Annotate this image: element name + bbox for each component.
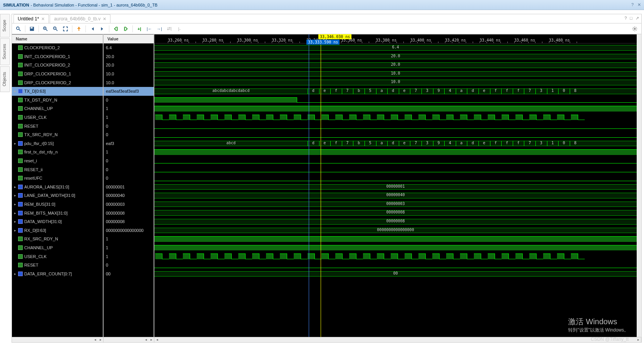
last-icon[interactable] — [98, 25, 107, 33]
signal-value-row[interactable]: 0 — [104, 165, 154, 174]
waveform-row[interactable]: 00000008 — [154, 208, 637, 217]
waveform-row[interactable] — [154, 235, 637, 243]
signal-value-row[interactable]: 1 — [104, 235, 154, 243]
signal-name-row[interactable]: first_tx_dst_rdy_n — [12, 148, 103, 157]
signal-value-row[interactable]: 0 — [104, 261, 154, 270]
file-tab-untitled[interactable]: Untitled 1* ✕ — [13, 14, 49, 23]
signal-name-row[interactable]: RESET — [12, 122, 103, 130]
signal-value-row[interactable]: eaf3 — [104, 139, 154, 148]
waveform-row[interactable]: 00000040 — [154, 191, 637, 200]
prev-marker-icon[interactable]: |← — [145, 25, 154, 33]
zoom-fit-icon[interactable] — [61, 25, 70, 33]
waveform-row[interactable]: 20.0 — [154, 61, 637, 70]
signal-value-row[interactable]: 0 — [104, 130, 154, 139]
signal-value-row[interactable]: 00000040 — [104, 191, 154, 200]
search-icon[interactable] — [14, 25, 23, 33]
signal-name-row[interactable]: ▸LANE_DATA_WIDTH[31:0] — [12, 191, 103, 200]
prev-trans-icon[interactable] — [112, 25, 120, 33]
zoom-in-icon[interactable] — [41, 25, 50, 33]
scrollbar-vertical[interactable] — [637, 43, 641, 337]
signal-value-row[interactable]: 0 — [104, 96, 154, 105]
next-trans-icon[interactable] — [122, 25, 130, 33]
signal-value-row[interactable]: 00000003 — [104, 200, 154, 209]
waveform-row[interactable] — [154, 130, 637, 139]
waveform-row[interactable] — [154, 261, 637, 270]
del-marker-icon[interactable]: |- — [175, 25, 184, 33]
waveform-row[interactable]: 20.0 — [154, 52, 637, 61]
signal-name-row[interactable]: CLOCKPERIOD_2 — [12, 43, 103, 52]
signal-value-row[interactable]: 1 — [104, 104, 154, 113]
save-icon[interactable] — [28, 25, 36, 33]
help-icon[interactable]: ? — [624, 16, 627, 21]
waveform-area[interactable]: 33,260 ns33,280 ns33,300 ns33,320 ns33,3… — [154, 34, 641, 337]
signal-value-row[interactable]: 1 — [104, 113, 154, 122]
close-icon[interactable]: ✕ — [637, 2, 641, 7]
waveform-row[interactable]: 00000003 — [154, 200, 637, 209]
close-icon[interactable]: ✕ — [41, 17, 45, 22]
signal-value-row[interactable]: 00000001 — [104, 183, 154, 192]
cursor-secondary[interactable] — [309, 34, 309, 337]
waveform-row[interactable]: 00000008 — [154, 217, 637, 226]
signal-name-row[interactable]: DRP_CLOCKPERIOD_1 — [12, 70, 103, 78]
signal-name-row[interactable]: ▸DATA_ERR_COUNT[0:7] — [12, 269, 103, 278]
signal-name-row[interactable]: ▸TX_D[0:63] — [12, 87, 103, 96]
add-marker-icon[interactable]: +| — [135, 25, 144, 33]
waveform-row[interactable]: 0000000000000000 — [154, 226, 637, 235]
signal-name-row[interactable]: CHANNEL_UP — [12, 243, 103, 252]
signal-value-row[interactable]: 1 — [104, 252, 154, 261]
gear-icon[interactable] — [631, 25, 639, 33]
file-tab-aurora[interactable]: aurora_64b66b_0_tb.v ✕ — [50, 14, 110, 23]
first-icon[interactable] — [88, 25, 97, 33]
signal-name-row[interactable]: ▸DATA_WIDTH[31:0] — [12, 217, 103, 226]
waveform-row[interactable] — [154, 157, 637, 165]
signal-value-row[interactable]: eaf3eaf3eaf3eaf3 — [104, 87, 154, 96]
signal-name-row[interactable]: resetUFC — [12, 174, 103, 183]
waveform-row[interactable] — [154, 174, 637, 183]
waveform-row[interactable] — [154, 113, 637, 122]
signal-value-row[interactable]: 00 — [104, 269, 154, 278]
signal-value-row[interactable]: 0 — [104, 157, 154, 165]
waveform-row[interactable]: abcdabcdabcdabcddef7b5ade7394adefff73108 — [154, 87, 637, 96]
signal-name-row[interactable]: USER_CLK — [12, 252, 103, 261]
signal-name-row[interactable]: USER_CLK — [12, 113, 103, 122]
signal-name-row[interactable]: ▸REM_BITS_MAX[31:0] — [12, 208, 103, 217]
signal-value-row[interactable]: 0 — [104, 122, 154, 130]
signal-value-row[interactable]: 10.0 — [104, 78, 154, 87]
signal-name-row[interactable]: TX_SRC_RDY_N — [12, 130, 103, 139]
signal-name-row[interactable]: INIT_CLOCKPERIOD_2 — [12, 61, 103, 70]
close-icon[interactable]: ✕ — [103, 17, 106, 22]
waveform-row[interactable] — [154, 252, 637, 261]
signal-name-row[interactable]: INIT_CLOCKPERIOD_1 — [12, 52, 103, 61]
signal-value-row[interactable]: 0000000000000000 — [104, 226, 154, 235]
signal-name-row[interactable]: RESET — [12, 261, 103, 270]
scrollbar-horizontal[interactable]: ◂▸ ◂▸ ◂▸ — [12, 337, 641, 342]
signal-name-row[interactable]: ▸RX_D[0:63] — [12, 226, 103, 235]
waveform-row[interactable] — [154, 243, 637, 252]
popout-icon[interactable]: ↗ — [636, 16, 639, 21]
signal-name-row[interactable]: TX_DST_RDY_N — [12, 96, 103, 105]
cursor-primary[interactable] — [321, 34, 321, 337]
waveform-row[interactable] — [154, 104, 637, 113]
signal-name-row[interactable]: ▸REM_BUS[31:0] — [12, 200, 103, 209]
waveform-row[interactable]: 10.0 — [154, 78, 637, 87]
time-ruler[interactable]: 33,260 ns33,280 ns33,300 ns33,320 ns33,3… — [154, 34, 637, 43]
signal-value-row[interactable]: 6.4 — [104, 43, 154, 52]
signal-value-row[interactable]: 00000008 — [104, 208, 154, 217]
next-marker-icon[interactable]: →| — [155, 25, 164, 33]
signal-value-row[interactable]: 1 — [104, 148, 154, 157]
waveform-row[interactable]: 10.0 — [154, 70, 637, 78]
signal-name-row[interactable]: CHANNEL_UP — [12, 104, 103, 113]
signal-value-row[interactable]: 20.0 — [104, 52, 154, 61]
signal-name-row[interactable]: reset_i — [12, 157, 103, 165]
signal-name-row[interactable]: ▸AURORA_LANES[31:0] — [12, 183, 103, 192]
side-tab-scope[interactable]: Scope — [0, 14, 10, 37]
scrollbar-thumb[interactable] — [637, 43, 641, 67]
waveform-row[interactable] — [154, 96, 637, 105]
waveform-row[interactable] — [154, 122, 637, 130]
waveform-row[interactable]: 00 — [154, 270, 637, 278]
signal-name-row[interactable]: RX_SRC_RDY_N — [12, 235, 103, 243]
goto-cursor-icon[interactable] — [75, 25, 83, 33]
side-tab-objects[interactable]: Objects — [0, 66, 10, 92]
waveform-row[interactable] — [154, 165, 637, 174]
signal-value-row[interactable]: 20.0 — [104, 61, 154, 70]
